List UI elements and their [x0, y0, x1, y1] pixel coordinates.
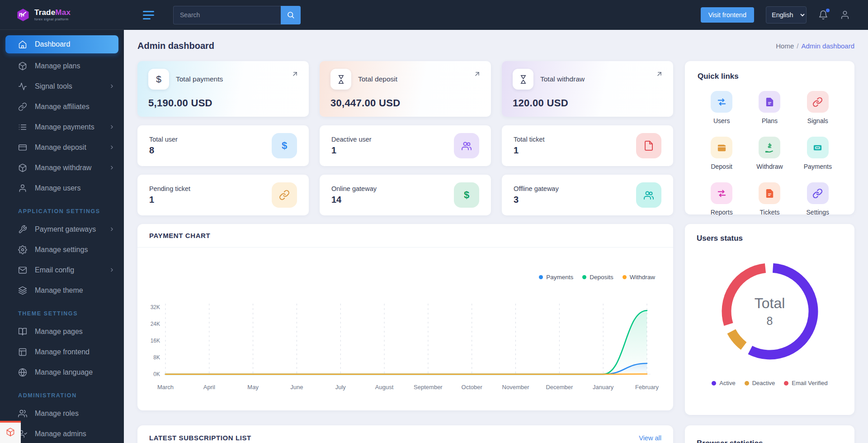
svg-text:November: November — [502, 384, 530, 391]
total-payments-value: 5,190.00 USD — [148, 97, 298, 109]
gear-icon — [18, 245, 27, 254]
brand[interactable]: TradeMax forex signal platform — [0, 0, 124, 30]
legend-dot-withdraw — [623, 275, 627, 279]
sidebar-item-payment-gateways[interactable]: Payment gateways — [0, 219, 124, 239]
sidebar-item-dashboard[interactable]: Dashboard — [5, 35, 118, 53]
pending-ticket-card: Pending ticket 1 — [137, 175, 309, 215]
link-icon — [807, 91, 829, 113]
users-status-legend: Active Deactive Email Verified — [697, 380, 843, 386]
users-icon — [18, 409, 27, 418]
hand-dollar-icon — [759, 137, 780, 158]
users-status-title: Users status — [697, 234, 843, 243]
link-icon — [18, 102, 27, 111]
browser-statistics-title: Browser statistics — [697, 439, 843, 443]
quick-link-signals[interactable]: Signals — [794, 91, 842, 124]
main-content: Admin dashboard Home/Admin dashboard $ T… — [124, 30, 868, 443]
payment-chart-card: PAYMENT CHART Payments Deposits Withdraw… — [137, 224, 673, 410]
quick-link-deposit[interactable]: Deposit — [698, 137, 745, 170]
sidebar-section-application-settings: APPLICATION SETTINGS — [0, 198, 124, 219]
breadcrumb-home[interactable]: Home — [776, 42, 794, 50]
notifications-button[interactable] — [818, 10, 828, 20]
dollar-icon: $ — [148, 69, 169, 90]
file-text-icon — [759, 182, 780, 204]
sidebar-section-administration: ADMINISTRATION — [0, 382, 124, 403]
profile-button[interactable] — [840, 10, 850, 20]
sidebar-section-theme-settings: THEME SETTINGS — [0, 300, 124, 321]
activity-icon — [18, 82, 27, 91]
sidebar-item-manage-language[interactable]: Manage language — [0, 362, 124, 382]
quick-link-reports[interactable]: Reports — [698, 182, 745, 216]
view-all-link[interactable]: View all — [639, 434, 661, 442]
quick-link-withdraw[interactable]: Withdraw — [745, 137, 793, 170]
latest-subscription-card: LATEST SUBSCRIPTION LIST View all — [137, 425, 673, 443]
svg-text:April: April — [203, 384, 215, 391]
search-button[interactable] — [281, 6, 301, 24]
deactive-user-card: Deactive user 1 — [320, 125, 491, 166]
breadcrumb-current[interactable]: Admin dashboard — [801, 42, 854, 50]
dollar-icon: $ — [272, 133, 297, 158]
sidebar-item-email-config[interactable]: Email config — [0, 260, 124, 280]
sidebar-toggle-button[interactable] — [143, 11, 154, 19]
quick-link-payments[interactable]: Payments — [794, 137, 842, 170]
link-icon — [272, 182, 297, 208]
donut-center-label: Total — [755, 295, 785, 312]
svg-text:December: December — [546, 384, 573, 391]
total-withdraw-card[interactable]: Total withdraw 120.00 USD — [502, 61, 673, 117]
wallet-icon — [711, 137, 732, 158]
breadcrumb: Home/Admin dashboard — [776, 42, 854, 50]
search-input[interactable] — [173, 6, 281, 24]
brand-tagline: forex signal platform — [34, 18, 71, 21]
sidebar-item-manage-affiliates[interactable]: Manage affiliates — [0, 96, 124, 117]
chevron-right-icon — [109, 165, 115, 171]
arrow-up-right-icon — [291, 70, 299, 78]
credit-card-icon — [18, 143, 27, 152]
total-ticket-card: Total ticket 1 — [502, 125, 673, 166]
sidebar-item-manage-theme[interactable]: Manage theme — [0, 280, 124, 300]
wrench-icon — [18, 225, 27, 234]
quick-link-settings[interactable]: Settings — [794, 182, 842, 216]
svg-text:24K: 24K — [151, 321, 160, 327]
layout-icon — [18, 348, 27, 357]
hourglass-icon — [330, 69, 351, 90]
search-icon — [287, 11, 295, 19]
link-icon — [807, 182, 829, 204]
svg-text:October: October — [462, 384, 483, 391]
quick-link-users[interactable]: Users — [698, 91, 745, 124]
svg-text:September: September — [414, 384, 443, 391]
sidebar-item-manage-frontend[interactable]: Manage frontend — [0, 342, 124, 362]
sidebar-item-manage-pages[interactable]: Manage pages — [0, 321, 124, 342]
mail-icon — [18, 266, 27, 275]
svg-text:32K: 32K — [151, 304, 160, 310]
hourglass-icon — [513, 69, 533, 90]
sidebar-item-manage-plans[interactable]: Manage plans — [0, 56, 124, 76]
globe-icon — [18, 368, 27, 377]
quick-link-plans[interactable]: Plans — [745, 91, 793, 124]
latest-subscription-title: LATEST SUBSCRIPTION LIST — [149, 434, 251, 442]
language-select[interactable]: English — [766, 6, 807, 24]
sidebar-item-manage-deposit[interactable]: Manage deposit — [0, 137, 124, 157]
offline-gateway-card: Offline gateway 3 — [502, 175, 673, 215]
svg-text:0K: 0K — [153, 371, 160, 377]
chevron-right-icon — [109, 267, 115, 273]
ticket-icon — [807, 137, 829, 158]
notification-dot — [826, 9, 830, 12]
legend-dot-email-verified — [784, 381, 788, 386]
sidebar-nav: Dashboard Manage plans Signal tools Mana… — [0, 30, 124, 443]
sidebar-item-manage-users[interactable]: Manage users — [0, 178, 124, 198]
visit-frontend-button[interactable]: Visit frontend — [701, 7, 754, 23]
donut-center-value: 8 — [767, 314, 773, 328]
sidebar-item-signal-tools[interactable]: Signal tools — [0, 76, 124, 96]
book-open-icon — [18, 327, 27, 336]
user-icon — [18, 184, 27, 193]
total-deposit-card[interactable]: Total deposit 30,447.00 USD — [320, 61, 491, 117]
users-icon — [454, 133, 479, 158]
payment-line-chart: 0K8K16K24K32KMarchAprilMayJuneJulyAugust… — [148, 293, 662, 397]
total-payments-card[interactable]: $ Total payments 5,190.00 USD — [137, 61, 309, 117]
sidebar-item-manage-settings[interactable]: Manage settings — [0, 239, 124, 260]
laravel-debugbar-button[interactable] — [0, 421, 21, 443]
svg-text:March: March — [157, 384, 174, 391]
sidebar-item-manage-payments[interactable]: Manage payments — [0, 117, 124, 137]
sidebar-item-manage-withdraw[interactable]: Manage withdraw — [0, 157, 124, 178]
online-gateway-card: Online gateway 14 $ — [320, 175, 491, 215]
quick-link-tickets[interactable]: Tickets — [745, 182, 793, 216]
